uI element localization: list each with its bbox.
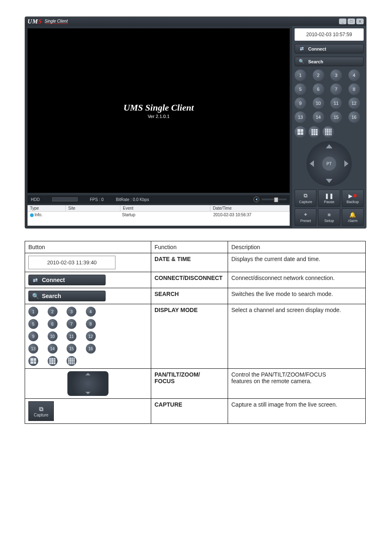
button-reference-table: Button Function Description 2010-02-03 1… — [25, 241, 366, 424]
info-icon — [30, 213, 34, 217]
ums-single-client-window: UMS Single Client _ □ X UMS Single Clien… — [25, 16, 367, 229]
log-header-type: Type — [28, 205, 66, 211]
preset-icon: ⌖ — [304, 211, 307, 218]
search-button[interactable]: 🔍 Search — [295, 57, 364, 66]
app-subtitle: Single Client — [45, 19, 68, 24]
thumb-clock: 2010-02-03 11:39:40 — [28, 256, 115, 269]
maximize-button[interactable]: □ — [348, 18, 355, 24]
display-mode-2x2[interactable] — [295, 126, 306, 138]
channel-9[interactable]: 9 — [295, 97, 306, 109]
col-button: Button — [25, 241, 151, 253]
pan-right-icon[interactable] — [344, 160, 348, 167]
video-area: UMS Single Client Ver 2.1.0.1 — [28, 28, 290, 193]
pause-button[interactable]: ❚❚Pause — [318, 190, 340, 207]
ptz-control[interactable]: PT — [307, 141, 352, 186]
channel-1[interactable]: 1 — [295, 69, 306, 81]
camera-icon: ⧉ — [304, 192, 307, 199]
minimize-button[interactable]: _ — [339, 18, 346, 24]
record-icon: ▶ — [348, 192, 357, 199]
display-mode-4x4[interactable] — [323, 126, 334, 138]
log-row: Info. Startup 2010-02-03 10:56:37 — [28, 212, 290, 218]
alarm-icon: 🔔 — [349, 211, 356, 218]
tilt-down-icon — [85, 392, 90, 394]
connect-button[interactable]: ⇄ Connect — [295, 44, 364, 53]
row-ptz: PAN/TILT/ZOOM/FOCUS Control the PAN/TILT… — [25, 369, 366, 399]
fps-label: FPS : 0 — [90, 197, 104, 202]
channel-16[interactable]: 16 — [348, 111, 360, 123]
speaker-icon — [254, 197, 259, 202]
video-title: UMS Single Client — [123, 102, 194, 113]
thumb-ptz-control — [67, 371, 108, 396]
app-logo: UMS — [28, 18, 42, 25]
connect-icon: ⇄ — [32, 277, 39, 283]
display-mode-3x3[interactable] — [309, 126, 320, 138]
side-panel: 2010-02-03 10:57:59 ⇄ Connect 🔍 Search 1… — [292, 26, 366, 228]
thumb-channel-grid: 1234 5678 9101112 13141516 — [28, 307, 102, 366]
row-datetime: 2010-02-03 11:39:40 DATE & TIME Displays… — [25, 253, 366, 272]
row-capture: ⧉ Capture CAPTURE Capture a still image … — [25, 399, 366, 424]
thumb-connect-button: ⇄ Connect — [28, 275, 106, 285]
thumb-search-button: 🔍 Search — [28, 291, 106, 301]
channel-8[interactable]: 8 — [348, 83, 360, 95]
channel-grid: 1 2 3 4 5 6 7 8 9 10 11 12 13 14 15 16 — [295, 69, 364, 123]
row-connect: ⇄ Connect CONNECT/DISCONNECT Connect/dis… — [25, 272, 366, 288]
channel-3[interactable]: 3 — [330, 69, 342, 81]
volume-control[interactable] — [254, 197, 286, 202]
log-header-site: Site — [66, 205, 120, 211]
channel-10[interactable]: 10 — [313, 97, 324, 109]
col-description: Description — [228, 241, 366, 253]
channel-14[interactable]: 14 — [313, 111, 324, 123]
setup-button[interactable]: ≡Setup — [318, 208, 340, 226]
pause-icon: ❚❚ — [325, 192, 334, 199]
log-header-datetime: Date/Time — [210, 205, 290, 211]
setup-icon: ≡ — [327, 211, 331, 218]
pan-left-icon[interactable] — [310, 160, 314, 167]
channel-12[interactable]: 12 — [348, 97, 360, 109]
display-mode-2x2-icon — [28, 356, 38, 366]
ptz-center[interactable]: PT — [322, 157, 336, 171]
video-version: Ver 2.1.0.1 — [148, 114, 169, 119]
close-button[interactable]: X — [356, 18, 364, 24]
status-bar: HDD FPS : 0 BitRate : 0.0 Kbps — [28, 195, 290, 204]
preset-button[interactable]: ⌖Preset — [295, 208, 316, 226]
channel-11[interactable]: 11 — [330, 97, 342, 109]
channel-7[interactable]: 7 — [330, 83, 342, 95]
channel-5[interactable]: 5 — [295, 83, 306, 95]
tilt-up-icon[interactable] — [326, 144, 332, 148]
search-icon: 🔍 — [32, 293, 39, 299]
log-header-event: Event — [120, 205, 210, 211]
tilt-up-icon — [85, 373, 90, 375]
backup-button[interactable]: ▶Backup — [342, 190, 364, 207]
volume-slider[interactable] — [262, 199, 286, 200]
channel-6[interactable]: 6 — [313, 83, 324, 95]
col-function: Function — [151, 241, 228, 253]
display-mode-3x3-icon — [48, 356, 58, 366]
display-mode-4x4-icon — [67, 356, 76, 366]
clock-display: 2010-02-03 10:57:59 — [295, 28, 364, 41]
capture-button[interactable]: ⧉Capture — [295, 190, 316, 207]
thumb-capture-button: ⧉ Capture — [28, 401, 54, 421]
channel-2[interactable]: 2 — [313, 69, 324, 81]
titlebar: UMS Single Client _ □ X — [25, 17, 366, 26]
bitrate-label: BitRate : 0.0 Kbps — [116, 197, 149, 202]
row-search: 🔍 Search SEARCH Switches the live mode t… — [25, 288, 366, 304]
tilt-down-icon[interactable] — [326, 179, 332, 183]
channel-4[interactable]: 4 — [348, 69, 360, 81]
search-icon: 🔍 — [298, 59, 305, 64]
channel-13[interactable]: 13 — [295, 111, 306, 123]
hdd-label: HDD — [31, 197, 40, 202]
connect-icon: ⇄ — [298, 46, 305, 51]
event-log: Type Site Event Date/Time Info. Startup … — [28, 205, 290, 226]
channel-15[interactable]: 15 — [330, 111, 342, 123]
camera-icon: ⧉ — [39, 405, 44, 413]
hdd-meter — [52, 197, 78, 201]
alarm-button[interactable]: 🔔Alarm — [342, 208, 364, 226]
row-display-mode: 1234 5678 9101112 13141516 DISPLAY MODE … — [25, 304, 366, 369]
